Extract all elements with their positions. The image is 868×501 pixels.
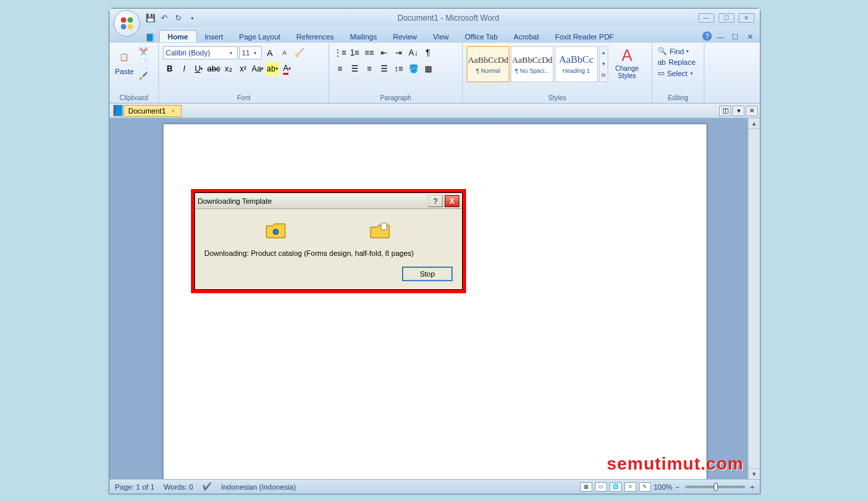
dialog-titlebar[interactable]: Downloading Template ? X xyxy=(195,193,462,209)
subscript-button[interactable]: x₂ xyxy=(222,62,235,75)
font-color-button[interactable]: A▾ xyxy=(280,62,294,75)
save-icon[interactable]: 💾 xyxy=(144,12,156,24)
show-marks-button[interactable]: ¶ xyxy=(421,46,435,59)
close-button[interactable]: ✕ xyxy=(738,13,754,23)
full-screen-view[interactable]: ▭ xyxy=(595,482,607,492)
close-tab-icon[interactable]: × xyxy=(169,107,177,115)
tab-mailings[interactable]: Mailings xyxy=(342,31,385,42)
group-editing: 🔍Find ▾ abReplace ▭Select ▾ Editing xyxy=(652,43,704,103)
zoom-in-button[interactable]: + xyxy=(750,483,754,491)
zoom-value[interactable]: 100% xyxy=(654,483,672,491)
draft-view[interactable]: ✎ xyxy=(639,482,651,492)
print-layout-view[interactable]: ▦ xyxy=(580,482,592,492)
downloading-template-dialog: Downloading Template ? X Downloading: Pr… xyxy=(194,192,463,290)
borders-button[interactable]: ▦ xyxy=(421,62,435,75)
page-status[interactable]: Page: 1 of 1 xyxy=(115,483,154,491)
copy-icon[interactable]: 📄 xyxy=(138,59,149,68)
underline-button[interactable]: U▾ xyxy=(192,62,206,75)
increase-indent-button[interactable]: ⇥ xyxy=(392,46,405,59)
style-normal[interactable]: AaBbCcDd¶ Normal xyxy=(467,46,509,82)
style-heading1[interactable]: AaBbCcHeading 1 xyxy=(555,46,598,82)
tab-tool-close[interactable]: ✕ xyxy=(746,106,758,116)
help-icon[interactable]: ? xyxy=(702,31,712,41)
tab-tool-2[interactable]: ▾ xyxy=(732,106,744,116)
font-name-combo[interactable]: Calibri (Body)▾ xyxy=(163,46,238,59)
group-styles: AaBbCcDd¶ Normal AaBbCcDd¶ No Spaci... A… xyxy=(463,43,652,103)
select-button[interactable]: ▭Select ▾ xyxy=(658,69,698,77)
document-tab[interactable]: Document1 × xyxy=(124,105,182,117)
find-button[interactable]: 🔍Find ▾ xyxy=(658,47,698,55)
italic-button[interactable]: I xyxy=(178,62,191,75)
language-status[interactable]: Indonesian (Indonesia) xyxy=(221,483,296,491)
select-icon: ▭ xyxy=(658,69,664,77)
web-layout-view[interactable]: 🌐 xyxy=(610,482,622,492)
tab-insert[interactable]: Insert xyxy=(197,31,232,42)
clear-format-icon[interactable]: 🧹 xyxy=(292,46,306,59)
paste-button[interactable]: 📋 Paste xyxy=(112,45,136,75)
paste-icon: 📋 xyxy=(115,46,134,67)
replace-button[interactable]: abReplace xyxy=(658,58,698,66)
ribbon-tabs: 📘 Home Insert Page Layout References Mai… xyxy=(110,27,760,42)
align-right-button[interactable]: ≡ xyxy=(363,62,376,75)
svg-point-2 xyxy=(121,24,126,29)
dialog-highlight: Downloading Template ? X Downloading: Pr… xyxy=(191,189,466,293)
document-page[interactable] xyxy=(163,124,707,479)
tab-review[interactable]: Review xyxy=(385,31,425,42)
vertical-scrollbar[interactable]: ▲ ▼ xyxy=(748,118,760,479)
superscript-button[interactable]: x² xyxy=(236,62,250,75)
tab-page-layout[interactable]: Page Layout xyxy=(231,31,288,42)
tab-office-tab[interactable]: Office Tab xyxy=(457,31,505,42)
line-spacing-button[interactable]: ↕≡ xyxy=(392,62,405,75)
tab-references[interactable]: References xyxy=(288,31,342,42)
document-tab-bar: 📘 Document1 × ◫ ▾ ✕ xyxy=(110,104,760,118)
close-doc-icon[interactable]: ✕ xyxy=(744,31,756,42)
stop-button[interactable]: Stop xyxy=(402,267,453,281)
minimize-ribbon-icon[interactable]: — xyxy=(714,31,726,42)
dialog-close-button[interactable]: X xyxy=(445,195,459,207)
scroll-up-icon[interactable]: ▲ xyxy=(748,118,760,129)
style-no-spacing[interactable]: AaBbCcDd¶ No Spaci... xyxy=(511,46,554,82)
change-styles-button[interactable]: AChange Styles xyxy=(612,46,642,82)
titlebar: 💾 ↶ ↻ ▾ Document1 - Microsoft Word — ☐ ✕ xyxy=(110,9,760,27)
shading-button[interactable]: 🪣 xyxy=(407,62,420,75)
align-left-button[interactable]: ≡ xyxy=(333,62,347,75)
strike-button[interactable]: abc xyxy=(207,62,220,75)
dialog-help-button[interactable]: ? xyxy=(428,195,443,207)
sort-button[interactable]: A↓ xyxy=(407,46,420,59)
highlight-button[interactable]: ab▾ xyxy=(266,62,279,75)
multilevel-button[interactable]: ≡≡ xyxy=(363,46,376,59)
tab-tool-1[interactable]: ◫ xyxy=(719,106,731,116)
word-count[interactable]: Words: 0 xyxy=(164,483,193,491)
restore-ribbon-icon[interactable]: ☐ xyxy=(729,31,741,42)
maximize-button[interactable]: ☐ xyxy=(718,13,734,23)
font-size-combo[interactable]: 11▾ xyxy=(239,46,262,59)
redo-icon[interactable]: ↻ xyxy=(172,12,184,24)
tab-view[interactable]: View xyxy=(425,31,457,42)
change-case-button[interactable]: Aa▾ xyxy=(251,62,264,75)
office-button[interactable] xyxy=(114,10,140,37)
grow-font-icon[interactable]: A xyxy=(263,46,276,59)
proofing-icon[interactable]: ✔️ xyxy=(202,482,212,491)
cut-icon[interactable]: ✂️ xyxy=(138,47,149,56)
format-painter-icon[interactable]: 🖌️ xyxy=(138,71,149,80)
undo-icon[interactable]: ↶ xyxy=(158,12,170,24)
align-center-button[interactable]: ☰ xyxy=(348,62,361,75)
justify-button[interactable]: ☰ xyxy=(377,62,391,75)
bullets-button[interactable]: ⋮≡ xyxy=(333,46,347,59)
numbering-button[interactable]: 1≡ xyxy=(348,46,361,59)
change-styles-icon: A xyxy=(612,46,642,65)
zoom-slider[interactable] xyxy=(685,486,745,488)
decrease-indent-button[interactable]: ⇤ xyxy=(377,46,391,59)
scroll-down-icon[interactable]: ▼ xyxy=(748,468,760,479)
zoom-out-button[interactable]: − xyxy=(675,483,679,491)
shrink-font-icon[interactable]: A xyxy=(278,46,291,59)
tab-foxit[interactable]: Foxit Reader PDF xyxy=(547,31,622,42)
qat-more-icon[interactable]: ▾ xyxy=(186,12,198,24)
bold-button[interactable]: B xyxy=(163,62,176,75)
minimize-button[interactable]: — xyxy=(698,13,714,23)
styles-more-button[interactable]: ▴▾⧉ xyxy=(599,46,608,82)
tab-home[interactable]: Home xyxy=(159,30,197,42)
tab-acrobat[interactable]: Acrobat xyxy=(505,31,547,42)
find-icon: 🔍 xyxy=(658,47,667,55)
outline-view[interactable]: ≡ xyxy=(624,482,636,492)
